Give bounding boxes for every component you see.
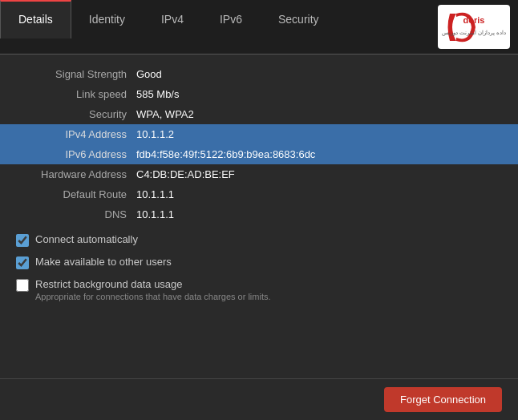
hardware-label: Hardware Address	[16, 168, 136, 180]
make-available-checkbox[interactable]	[16, 256, 29, 269]
field-row-signal: Signal Strength Good	[0, 64, 518, 84]
connect-auto-label[interactable]: Connect automatically	[35, 232, 138, 245]
security-label: Security	[16, 108, 136, 120]
tab-ipv4[interactable]: IPv4	[144, 0, 202, 38]
ipv6-label: IPv6 Address	[16, 148, 136, 160]
default-route-label: Default Route	[16, 188, 136, 200]
signal-value: Good	[136, 68, 162, 80]
checkbox-section: Connect automatically Make available to …	[0, 224, 518, 317]
ipv6-value: fdb4:f58e:49f:5122:6b9:b9ea:8683:6dc	[136, 148, 315, 160]
logo-box: doris داده پردازان اینترنت دوریس	[438, 5, 510, 49]
network-settings-window: Details Identity IPv4 IPv6 Security	[0, 0, 518, 420]
field-row-hardware: Hardware Address C4:DB:DE:AD:BE:EF	[0, 164, 518, 184]
checkbox-row-connect-auto: Connect automatically	[16, 232, 502, 247]
details-content: Signal Strength Good Link speed 585 Mb/s…	[0, 55, 518, 378]
ipv4-value: 10.1.1.2	[136, 128, 174, 140]
link-label: Link speed	[16, 88, 136, 100]
field-row-ipv6: IPv6 Address fdb4:f58e:49f:5122:6b9:b9ea…	[0, 144, 518, 164]
tab-ipv6[interactable]: IPv6	[202, 0, 261, 38]
forget-connection-button[interactable]: Forget Connection	[384, 387, 502, 412]
checkbox-row-restrict-bg: Restrict background data usage Appropria…	[16, 277, 502, 301]
tab-security[interactable]: Security	[261, 0, 338, 38]
bottom-bar: Forget Connection	[0, 378, 518, 420]
make-available-label[interactable]: Make available to other users	[35, 255, 172, 268]
dns-value: 10.1.1.1	[136, 208, 174, 220]
ipv4-label: IPv4 Address	[16, 128, 136, 140]
field-row-dns: DNS 10.1.1.1	[0, 204, 518, 224]
tab-bar: Details Identity IPv4 IPv6 Security	[0, 0, 518, 55]
logo-image: doris داده پردازان اینترنت دوریس	[442, 7, 506, 47]
default-route-value: 10.1.1.1	[136, 188, 174, 200]
restrict-bg-checkbox[interactable]	[16, 279, 29, 292]
hardware-value: C4:DB:DE:AD:BE:EF	[136, 168, 235, 180]
svg-text:داده پردازان اینترنت دوریس: داده پردازان اینترنت دوریس	[442, 30, 506, 36]
dns-label: DNS	[16, 208, 136, 220]
field-row-link: Link speed 585 Mb/s	[0, 84, 518, 104]
security-value: WPA, WPA2	[136, 108, 194, 120]
field-row-default-route: Default Route 10.1.1.1	[0, 184, 518, 204]
tab-details[interactable]: Details	[0, 0, 71, 38]
logo-area: doris داده پردازان اینترنت دوریس	[430, 0, 518, 54]
tab-identity[interactable]: Identity	[71, 0, 144, 38]
field-row-security: Security WPA, WPA2	[0, 104, 518, 124]
connect-auto-checkbox[interactable]	[16, 234, 29, 247]
svg-text:doris: doris	[463, 15, 485, 25]
restrict-bg-label[interactable]: Restrict background data usage Appropria…	[35, 277, 271, 301]
checkbox-row-make-available: Make available to other users	[16, 255, 502, 269]
signal-label: Signal Strength	[16, 68, 136, 80]
link-value: 585 Mb/s	[136, 88, 179, 100]
field-row-ipv4: IPv4 Address 10.1.1.2	[0, 124, 518, 144]
